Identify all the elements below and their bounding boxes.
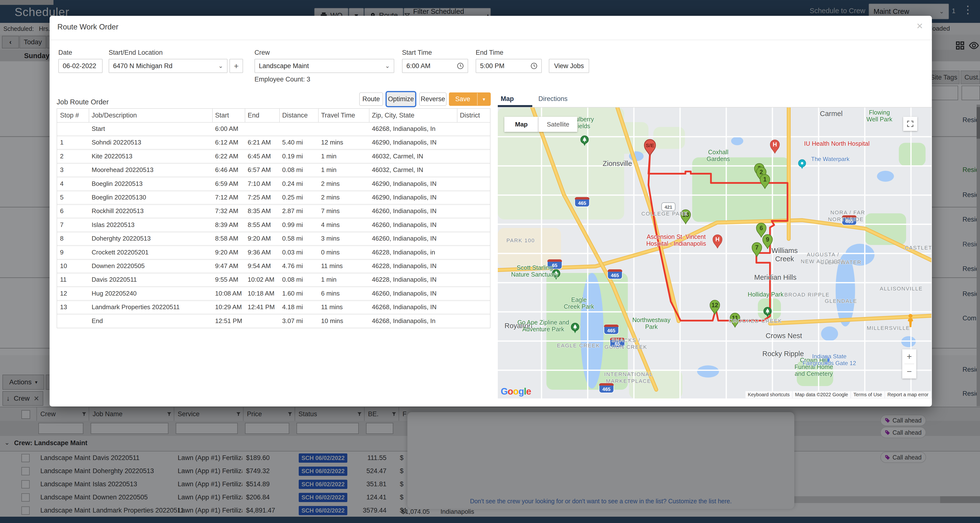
map-type-map-button[interactable]: Map: [504, 117, 538, 132]
travel-cell: 0 mins: [321, 249, 340, 256]
end-cell: 7:25 AM: [248, 194, 271, 201]
route-table-row[interactable]: 8Doherghty 202205138:58 AM9:20 AM0.58 mi…: [57, 232, 490, 246]
map-place-label: GUION CREEK: [605, 344, 647, 350]
travel-cell: 7 mins: [321, 207, 340, 215]
employee-count: Employee Count: 3: [255, 76, 310, 83]
start-time-input[interactable]: 6:00 AM: [402, 59, 468, 73]
optimize-button[interactable]: Optimize: [385, 91, 416, 107]
stop-cell: 8: [60, 235, 64, 242]
job-cell: Moorehead 20220513: [92, 166, 153, 174]
end-time-input[interactable]: 5:00 PM: [476, 59, 542, 73]
end-cell: 6:57 AM: [248, 166, 271, 174]
start-time-value: 6:00 AM: [406, 62, 430, 70]
start-cell: 8:58 AM: [215, 235, 238, 242]
map-place-label: Well Park: [867, 116, 892, 123]
report-map-error-link[interactable]: Report a map error: [885, 391, 931, 398]
route-table-row[interactable]: 6Rockhill 202205137:32 AM8:35 AM2.87 mi7…: [57, 205, 490, 219]
end-cell: 9:20 AM: [248, 235, 271, 242]
map-place-label: COLLEGE PARK: [641, 210, 688, 217]
map-type-satellite-button[interactable]: Satellite: [538, 117, 577, 132]
map-place-label: MILLERSVILLE: [867, 325, 910, 331]
column-divider: [318, 109, 319, 122]
start-cell: 9:20 AM: [215, 249, 238, 256]
job-cell: End: [92, 317, 103, 325]
map-place-label: Hospital - Indianapolis: [646, 240, 706, 247]
location-select[interactable]: 6470 N Michigan Rd⌄: [109, 59, 228, 73]
route-table-row[interactable]: 9Crockett 2022052019:20 AM9:36 AM0.03 mi…: [57, 246, 490, 260]
scheduler-app: Scheduler WO ▾ Route Filter Scheduled Cr…: [0, 0, 980, 523]
crew-label: Crew: [255, 49, 270, 56]
stop-cell: 2: [60, 153, 64, 160]
map-place-label: Meridian Hills: [754, 273, 797, 281]
distance-cell: 0.99 mi: [282, 221, 303, 229]
job-cell: Kite 20220513: [92, 153, 132, 160]
save-button[interactable]: Save ▾: [449, 92, 491, 106]
divider: [49, 40, 932, 40]
map-place-label: Creek Park: [564, 303, 594, 310]
location-label: Start/End Location: [109, 49, 162, 56]
map-place-label: Creek: [775, 255, 794, 263]
route-table-row[interactable]: 3Moorehead 202205136:46 AM6:57 AM0.08 mi…: [57, 164, 490, 178]
distance-cell: 1.60 mi: [282, 290, 303, 297]
travel-cell: 4 mins: [321, 221, 340, 229]
google-map[interactable]: 465465465465465656565421321136971211S/EH…: [498, 107, 931, 399]
add-location-button[interactable]: +: [229, 59, 243, 73]
zoom-in-button[interactable]: +: [902, 349, 916, 364]
travel-cell: 2 mins: [321, 194, 340, 201]
start-cell: 7:32 AM: [215, 207, 238, 215]
route-table-row[interactable]: 5Boeglin 2022051307:12 AM7:25 AM0.25 mi2…: [57, 191, 490, 205]
stop-cell: 6: [60, 207, 64, 215]
save-dropdown[interactable]: ▾: [477, 93, 490, 105]
route-table-row[interactable]: 1Sohndi 202205136:12 AM6:21 AM5.40 mi12 …: [57, 136, 490, 150]
date-input[interactable]: 06-02-2022: [58, 59, 103, 73]
distance-cell: 0.03 mi: [282, 249, 303, 256]
route-table-row[interactable]: 13Landmark Properties 2022051110:29 AM12…: [57, 301, 490, 315]
zip-cell: 46268, Indianapolis, IN: [372, 303, 436, 311]
route-action-button[interactable]: Route: [359, 92, 383, 106]
chevron-down-icon: ⌄: [385, 62, 390, 69]
stop-cell: 13: [60, 303, 67, 311]
end-cell: 10:18 AM: [248, 290, 274, 297]
column-divider: [89, 109, 89, 122]
route-column-header: End: [248, 112, 259, 119]
route-table-row[interactable]: 10Downen 202205059:47 AM9:54 AM4.76 mi11…: [57, 260, 490, 274]
travel-cell: 10 mins: [321, 317, 343, 325]
travel-cell: 3 mins: [321, 235, 340, 242]
job-cell: Rockhill 20220513: [92, 207, 144, 215]
start-cell: 10:08 AM: [215, 290, 242, 297]
route-table-row[interactable]: 7Islas 202205138:39 AM8:55 AM0.99 mi4 mi…: [57, 219, 490, 233]
route-table-row[interactable]: End12:51 PM3.07 mi10 mins46268, Indianap…: [57, 315, 490, 328]
route-table-row[interactable]: 4Boeglin 202205136:59 AM7:10 AM0.24 mi2 …: [57, 178, 490, 191]
keyboard-shortcuts-link[interactable]: Keyboard shortcuts: [745, 391, 792, 398]
tab-directions[interactable]: Directions: [538, 95, 568, 103]
route-table-row[interactable]: 2Kite 202205136:22 AM6:45 AM0.19 mi1 min…: [57, 150, 490, 164]
chevron-down-icon: ⌄: [218, 62, 223, 69]
pegman-icon[interactable]: [905, 313, 916, 329]
distance-cell: 2.87 mi: [282, 207, 303, 215]
date-label: Date: [58, 49, 72, 56]
column-divider: [369, 109, 369, 122]
zoom-out-button[interactable]: −: [902, 364, 916, 378]
start-cell: 12:51 PM: [215, 317, 242, 325]
route-table-row[interactable]: 12Hug 20220524010:08 AM10:18 AM1.60 mi6 …: [57, 287, 490, 301]
end-cell: 6:45 AM: [248, 153, 271, 160]
terms-of-use-link[interactable]: Terms of Use: [851, 391, 885, 398]
route-column-header: Zip, City, State: [372, 112, 414, 119]
map-place-label: CASTLETO: [905, 245, 931, 251]
tab-map[interactable]: Map: [501, 95, 514, 103]
close-icon[interactable]: ✕: [915, 21, 925, 32]
fullscreen-button[interactable]: [903, 117, 917, 131]
reverse-button[interactable]: Reverse: [419, 92, 447, 106]
route-table-row[interactable]: Start6:00 AM46268, Indianapolis, In: [57, 123, 490, 137]
route-table-row[interactable]: 11Davis 202205119:55 AM10:02 AM0.08 mi1 …: [57, 273, 490, 287]
end-time-label: End Time: [476, 49, 503, 56]
end-time-value: 5:00 PM: [480, 62, 504, 70]
end-cell: 6:21 AM: [248, 139, 271, 146]
job-cell: Boeglin 202205130: [92, 194, 146, 201]
plus-icon: +: [234, 61, 239, 71]
map-place-label: Gardens: [706, 155, 730, 163]
stop-cell: 11: [60, 276, 67, 284]
stop-cell: 4: [60, 180, 64, 188]
modal-crew-select[interactable]: Landscape Maint⌄: [255, 59, 394, 73]
view-jobs-button[interactable]: View Jobs: [549, 59, 589, 73]
